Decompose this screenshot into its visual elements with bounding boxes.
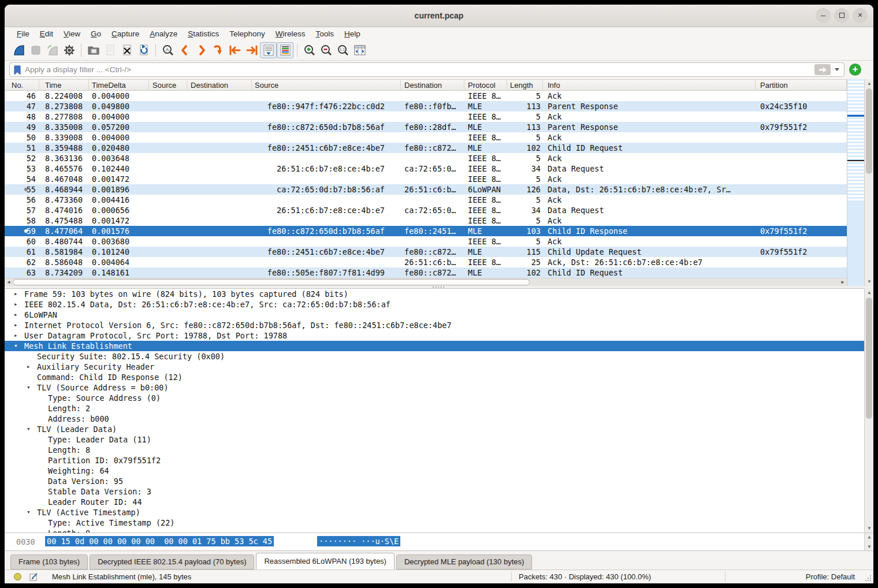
menu-go[interactable]: Go	[85, 28, 106, 39]
resize-grip-icon[interactable]	[865, 575, 872, 582]
detail-tree-item[interactable]: ▸IEEE 802.15.4 Data, Dst: 26:51:c6:b7:e8…	[5, 299, 864, 310]
column-header-length[interactable]: Length	[507, 80, 543, 91]
expert-info-icon[interactable]	[14, 573, 21, 580]
detail-tree-item[interactable]: Address: b000	[5, 414, 864, 424]
auto-scroll-icon[interactable]	[260, 42, 277, 58]
detail-tree-item[interactable]: Length: 8	[5, 445, 864, 455]
column-header-protocol[interactable]: Protocol	[464, 80, 507, 91]
column-header-source[interactable]: Source	[149, 80, 187, 91]
collapsed-arrow-icon[interactable]: ▸	[14, 330, 18, 341]
collapsed-arrow-icon[interactable]: ▸	[14, 299, 18, 310]
column-header-partition[interactable]: Partition	[756, 80, 847, 91]
scroll-up-icon[interactable]: ▲	[865, 81, 873, 86]
scroll-left-icon[interactable]: ◄	[6, 280, 11, 285]
detail-tree-item[interactable]: Type: Leader Data (11)	[5, 434, 864, 445]
detail-tree-item[interactable]: Length: 8	[5, 528, 864, 533]
go-last-packet-icon[interactable]	[243, 42, 260, 58]
detail-tree-item[interactable]: ▸User Datagram Protocol, Src Port: 19788…	[5, 330, 864, 341]
collapsed-arrow-icon[interactable]: ▸	[14, 289, 18, 299]
detail-tree-item[interactable]: ▾Mesh Link Establishment	[5, 341, 864, 351]
detail-tree-item[interactable]: ▸Auxiliary Security Header	[5, 362, 864, 372]
start-capture-fin-icon[interactable]	[10, 42, 27, 58]
close-capture-icon[interactable]	[118, 42, 135, 58]
menu-edit[interactable]: Edit	[35, 28, 58, 39]
detail-tree-item[interactable]: ▾TLV (Active Timestamp)	[5, 507, 864, 518]
packet-row[interactable]: 528.3631360.003648IEEE 8…5Ack	[5, 153, 847, 163]
go-forward-icon[interactable]	[193, 42, 210, 58]
hscroll-thumb[interactable]	[13, 279, 530, 285]
detail-tree-item[interactable]: Length: 2	[5, 403, 864, 414]
go-first-packet-icon[interactable]	[226, 42, 243, 58]
bookmark-icon[interactable]	[12, 64, 23, 76]
scroll-down-icon[interactable]: ▼	[865, 544, 873, 549]
stop-capture-icon[interactable]	[27, 42, 44, 58]
hex-ascii-selected[interactable]: ········ ···u·S\E	[317, 536, 400, 546]
collapsed-arrow-icon[interactable]: ▸	[14, 310, 18, 320]
packet-row[interactable]: 618.5819840.101240fe80::2451:c6b7:e8ce:4…	[5, 247, 847, 257]
byte-view-tab-2[interactable]: Reassembled 6LoWPAN (193 bytes)	[256, 553, 394, 570]
scroll-up-icon[interactable]: ▲	[865, 290, 873, 295]
column-header-info[interactable]: Info	[543, 80, 756, 91]
collapsed-arrow-icon[interactable]: ▸	[14, 320, 18, 330]
column-header-source[interactable]: Source	[252, 80, 401, 91]
expanded-arrow-icon[interactable]: ▾	[27, 382, 31, 393]
menu-statistics[interactable]: Statistics	[183, 28, 224, 39]
detail-tree-item[interactable]: ▾TLV (Source Address = b0:00)	[5, 382, 864, 393]
detail-tree-item[interactable]: Stable Data Version: 3	[5, 486, 864, 497]
detail-tree-item[interactable]: Data Version: 95	[5, 476, 864, 486]
packet-row[interactable]: 598.4770640.001576fe80::c872:650d:b7b8:5…	[5, 226, 847, 236]
packet-list-vscrollbar[interactable]: ▲ ▼	[864, 79, 873, 286]
hex-bytes-selected[interactable]: 00 15 0d 00 00 00 00 00 00 00 01 75 bb 5…	[45, 536, 274, 546]
menu-help[interactable]: Help	[339, 28, 366, 39]
menu-capture[interactable]: Capture	[106, 28, 144, 39]
column-header-destination[interactable]: Destination	[187, 80, 252, 91]
filter-dropdown-caret[interactable]	[835, 68, 839, 71]
packet-row[interactable]: 558.4689440.001896ca:72:65:0d:b7:b8:56:a…	[5, 184, 847, 195]
detail-tree-item[interactable]: Leader Router ID: 44	[5, 497, 864, 507]
zoom-in-icon[interactable]	[301, 42, 318, 58]
menu-telephony[interactable]: Telephony	[224, 28, 270, 39]
hex-vscrollbar[interactable]: ▲ ▼	[864, 533, 873, 550]
expanded-arrow-icon[interactable]: ▾	[27, 424, 31, 434]
packet-row[interactable]: 468.2240080.004000IEEE 8…5Ack	[5, 91, 847, 101]
apply-filter-button[interactable]	[814, 64, 831, 75]
byte-view-tab-0[interactable]: Frame (103 bytes)	[10, 554, 88, 570]
scroll-down-icon[interactable]: ▼	[865, 526, 873, 531]
menu-wireless[interactable]: Wireless	[270, 28, 311, 39]
collapsed-arrow-icon[interactable]: ▸	[27, 362, 31, 372]
intelligent-scrollbar-minimap[interactable]	[847, 79, 864, 286]
detail-tree-item[interactable]: ▸Internet Protocol Version 6, Src: fe80:…	[5, 320, 864, 330]
save-capture-icon[interactable]	[102, 42, 118, 58]
restart-capture-icon[interactable]	[44, 42, 61, 58]
packet-row[interactable]: 508.3390080.004000IEEE 8…5Ack	[5, 132, 847, 143]
packet-row[interactable]: 588.4754880.001472IEEE 8…5Ack	[5, 215, 847, 226]
detail-scroll-thumb[interactable]	[866, 297, 872, 419]
scroll-up-icon[interactable]: ▲	[865, 534, 873, 539]
packet-row[interactable]: 578.4740160.00065626:51:c6:b7:e8:ce:4b:e…	[5, 205, 847, 215]
status-profile[interactable]: Profile: Default	[806, 572, 855, 581]
open-capture-folder-icon[interactable]	[85, 42, 102, 58]
expanded-arrow-icon[interactable]: ▾	[27, 507, 31, 518]
menu-view[interactable]: View	[58, 28, 85, 39]
detail-tree-item[interactable]: Security Suite: 802.15.4 Security (0x00)	[5, 351, 864, 362]
packet-row[interactable]: 628.5860480.00406426:51:c6:b…IEEE 8…25Ac…	[5, 257, 847, 267]
packet-row[interactable]: 608.4807440.003680IEEE 8…5Ack	[5, 236, 847, 247]
scroll-right-icon[interactable]: ►	[840, 280, 845, 285]
display-filter-input[interactable]	[25, 65, 814, 74]
column-header-time[interactable]: Time	[39, 80, 89, 91]
detail-tree-item[interactable]: ▸6LoWPAN	[5, 310, 864, 320]
find-packet-icon[interactable]: A	[159, 42, 176, 58]
resize-columns-icon[interactable]	[351, 42, 368, 58]
detail-tree-item[interactable]: Command: Child ID Response (12)	[5, 372, 864, 382]
packet-row[interactable]: 518.3594880.020480fe80::2451:c6b7:e8ce:4…	[5, 143, 847, 153]
packet-row[interactable]: 498.3350080.057200fe80::c872:650d:b7b8:5…	[5, 122, 847, 132]
menu-analyze[interactable]: Analyze	[144, 28, 183, 39]
capture-comment-icon[interactable]	[29, 572, 39, 582]
maximize-button[interactable]	[834, 8, 849, 23]
capture-options-gear-icon[interactable]	[61, 42, 77, 58]
packet-row[interactable]: 568.4733600.004416IEEE 8…5Ack	[5, 195, 847, 205]
add-filter-button[interactable]: +	[849, 64, 861, 76]
packet-row[interactable]: 638.7342090.148161fe80::505e:f807:7f81:4…	[5, 267, 847, 278]
packet-row[interactable]: 478.2738080.049800fe80::947f:f476:22bc:c…	[5, 101, 847, 111]
colorize-packets-icon[interactable]	[277, 42, 293, 58]
